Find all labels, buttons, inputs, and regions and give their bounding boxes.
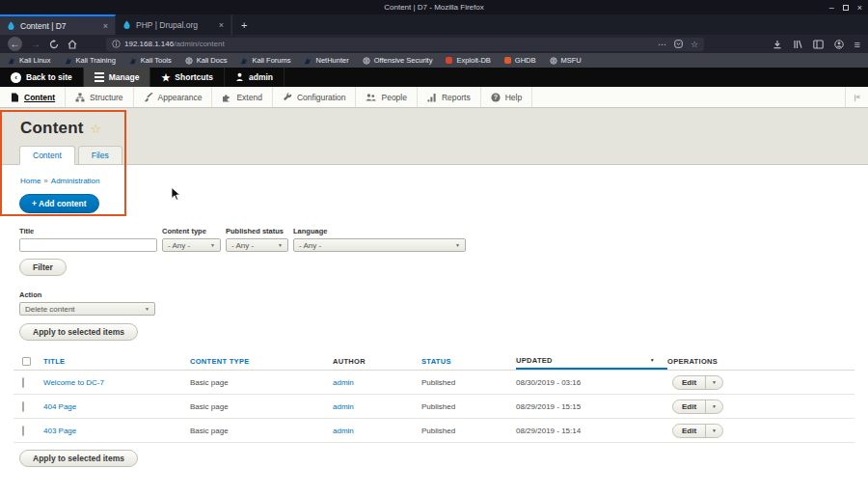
download-icon[interactable]: [773, 40, 782, 49]
published-status-select[interactable]: - Any - ▼: [226, 238, 288, 252]
language-label: Language: [293, 227, 466, 235]
bookmark-nethunter[interactable]: NetHunter: [304, 56, 348, 65]
edit-dropdown-icon[interactable]: ▼: [705, 400, 722, 413]
menu-item-help[interactable]: ? Help: [481, 87, 532, 107]
browser-tab-php-drupal[interactable]: PHP | Drupal.org ×: [116, 14, 231, 35]
published-status-label: Published status: [226, 227, 288, 235]
bookmark-kali-training[interactable]: Kali Training: [65, 56, 116, 65]
reload-icon[interactable]: [49, 40, 59, 49]
maximize-icon[interactable]: [843, 5, 849, 11]
menu-item-reports[interactable]: Reports: [418, 87, 481, 107]
row-checkbox[interactable]: [22, 377, 24, 388]
page-header: Content☆ Content Files: [0, 108, 868, 165]
content-title-link[interactable]: 403 Page: [43, 427, 76, 435]
table-header-row: TITLE CONTENT TYPE AUTHOR STATUS UPDATED…: [14, 352, 854, 371]
content-type-select[interactable]: - Any - ▼: [162, 238, 221, 252]
author-link[interactable]: admin: [333, 427, 354, 435]
bookmark-kali-forums[interactable]: Kali Forums: [240, 56, 290, 65]
author-link[interactable]: admin: [333, 402, 354, 411]
header-status[interactable]: STATUS: [421, 352, 516, 370]
tab-close-icon[interactable]: ×: [219, 20, 224, 30]
sidebar-icon[interactable]: [813, 40, 824, 49]
dropdown-arrow-icon: ▼: [210, 242, 215, 248]
browser-tab-content-d7[interactable]: Content | D7 ×: [0, 14, 116, 35]
edit-dropdown-icon[interactable]: ▼: [705, 376, 722, 389]
menu-item-content[interactable]: Content: [0, 87, 66, 107]
menu-icon[interactable]: ≡: [854, 39, 860, 50]
favorite-star-icon[interactable]: ☆: [91, 122, 102, 136]
bookmark-star-icon[interactable]: ☆: [691, 40, 698, 49]
close-icon[interactable]: ×: [857, 3, 862, 13]
tab-content[interactable]: Content: [19, 146, 75, 165]
menu-item-extend[interactable]: Extend: [212, 87, 272, 107]
row-checkbox[interactable]: [22, 426, 24, 436]
menu-item-appearance[interactable]: Appearance: [134, 87, 213, 107]
structure-icon: [75, 93, 85, 102]
back-icon[interactable]: ←: [8, 37, 22, 51]
bookmark-exploit-db[interactable]: Exploit-DB: [446, 56, 490, 65]
action-select[interactable]: Delete content ▼: [19, 302, 155, 316]
appearance-icon: [144, 93, 153, 102]
home-icon[interactable]: [68, 40, 77, 49]
page-actions-icon[interactable]: ⋯: [658, 40, 666, 49]
edit-dropdown-icon[interactable]: ▼: [705, 425, 722, 437]
apply-to-selected-button-bottom[interactable]: Apply to selected items: [19, 450, 138, 467]
tab-title: PHP | Drupal.org: [136, 20, 214, 30]
new-tab-button[interactable]: +: [231, 14, 256, 35]
language-select[interactable]: - Any - ▼: [293, 238, 466, 252]
url-host: 192.168.1.146: [124, 40, 174, 48]
title-label: Title: [19, 227, 157, 235]
admin-user-button[interactable]: admin: [225, 68, 285, 87]
select-all-checkbox[interactable]: [22, 357, 31, 366]
filter-published-group: Published status - Any - ▼: [226, 227, 288, 252]
breadcrumb-administration-link[interactable]: Administration: [51, 177, 100, 185]
drupal-admin-toolbar: ‹ Back to site Manage ★ Shortcuts admin: [0, 68, 868, 87]
edit-button[interactable]: Edit ▼: [672, 375, 723, 390]
apply-to-selected-button[interactable]: Apply to selected items: [19, 323, 138, 341]
breadcrumb-home-link[interactable]: Home: [20, 177, 41, 185]
filter-button[interactable]: Filter: [19, 259, 67, 276]
back-to-site-button[interactable]: ‹ Back to site: [0, 68, 84, 87]
author-link[interactable]: admin: [333, 378, 354, 387]
pocket-icon[interactable]: [674, 40, 683, 48]
edit-button[interactable]: Edit ▼: [672, 424, 723, 438]
manage-hamburger-icon: [95, 72, 104, 82]
drupal-admin-menu: Content Structure Appearance Extend Conf…: [0, 87, 868, 108]
bookmark-msfu[interactable]: MSFU: [550, 56, 582, 65]
content-title-link[interactable]: 404 Page: [43, 402, 76, 411]
add-content-button[interactable]: + Add content: [19, 194, 99, 213]
kali-dragon-icon: [8, 57, 15, 65]
url-bar[interactable]: 192.168.1.146 /admin/content ⋯ ☆: [106, 38, 704, 51]
menu-item-structure[interactable]: Structure: [66, 87, 134, 107]
content-title-link[interactable]: Welcome to DC-7: [43, 378, 104, 387]
menu-item-people[interactable]: People: [356, 87, 417, 107]
header-updated[interactable]: UPDATED ▼: [516, 352, 667, 370]
minimize-icon[interactable]: –: [829, 5, 834, 11]
menu-item-configuration[interactable]: Configuration: [273, 87, 357, 107]
content-type-label: Content type: [162, 227, 221, 235]
title-filter-input[interactable]: [19, 238, 157, 252]
content-icon: [10, 93, 19, 102]
status-cell: Published: [421, 378, 516, 387]
bookmark-offensive-security[interactable]: Offensive Security: [363, 56, 433, 65]
edit-button[interactable]: Edit ▼: [672, 400, 723, 414]
menu-collapse-icon[interactable]: |«: [845, 87, 868, 107]
account-icon[interactable]: [834, 40, 844, 49]
bookmark-ghdb[interactable]: GHDB: [504, 56, 536, 65]
manage-button[interactable]: Manage: [84, 68, 151, 87]
header-content-type[interactable]: CONTENT TYPE: [190, 352, 333, 370]
bookmark-kali-docs[interactable]: Kali Docs: [185, 56, 228, 65]
shortcuts-button[interactable]: ★ Shortcuts: [150, 68, 225, 87]
forward-icon[interactable]: →: [31, 39, 41, 49]
bookmark-kali-tools[interactable]: Kali Tools: [129, 56, 172, 65]
tab-files[interactable]: Files: [78, 146, 122, 165]
site-info-icon[interactable]: [112, 40, 121, 48]
tab-close-icon[interactable]: ×: [103, 21, 108, 31]
library-icon[interactable]: [793, 40, 802, 49]
drupal-favicon: [122, 20, 131, 30]
header-title[interactable]: TITLE: [43, 352, 190, 370]
row-checkbox[interactable]: [22, 401, 24, 412]
people-icon: [366, 93, 376, 102]
table-row: Welcome to DC-7 Basic page admin Publish…: [14, 371, 854, 395]
bookmark-kali-linux[interactable]: Kali Linux: [8, 56, 51, 65]
